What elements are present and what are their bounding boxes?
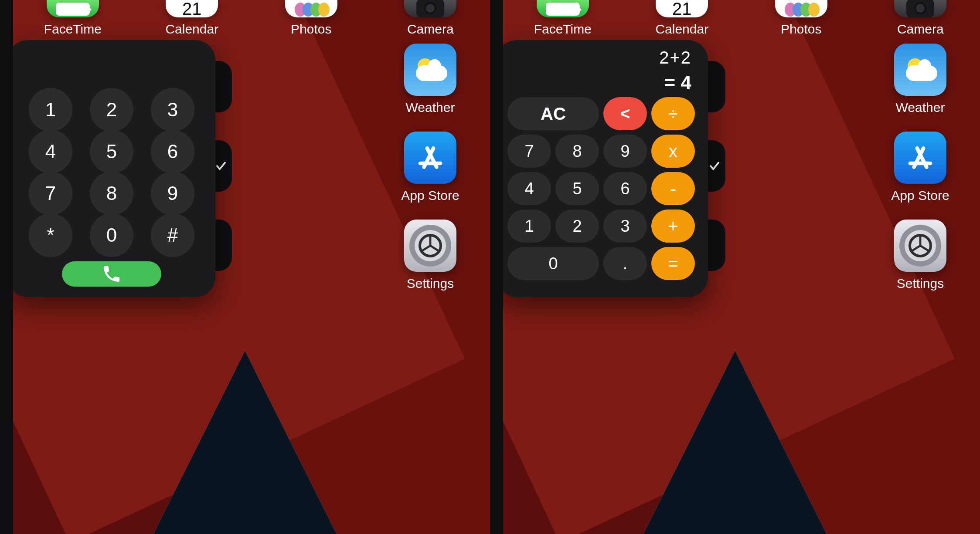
calc-key-6[interactable]: 6 <box>603 172 647 205</box>
calc-key-ac[interactable]: AC <box>507 97 599 130</box>
app-label: FaceTime <box>534 22 592 37</box>
dialer-key-0[interactable]: 0 <box>90 213 133 257</box>
app-appstore[interactable]: App Store <box>891 132 949 203</box>
app-camera[interactable]: Camera <box>879 0 962 39</box>
calc-key-minus[interactable]: - <box>651 172 695 205</box>
calc-key-delete[interactable]: < <box>603 97 647 130</box>
dialer-widget: 123456789*0# <box>8 40 215 297</box>
app-label: Photos <box>291 22 331 37</box>
dialer-key-2[interactable]: 2 <box>90 88 133 132</box>
calendar-icon: 21 <box>166 0 218 17</box>
app-label: App Store <box>401 188 459 203</box>
app-label: Weather <box>406 100 455 115</box>
dialer-keypad: 123456789*0# <box>29 88 194 255</box>
weather-icon <box>404 44 456 96</box>
calc-key-dot[interactable]: . <box>603 247 647 280</box>
appstore-icon <box>894 132 946 184</box>
device-bezel <box>490 0 503 534</box>
app-label: Camera <box>407 22 454 37</box>
calc-key-4[interactable]: 4 <box>507 172 551 205</box>
dialer-key-hash[interactable]: # <box>151 213 194 257</box>
app-label: FaceTime <box>44 22 102 37</box>
app-appstore[interactable]: App Store <box>401 132 459 203</box>
app-label: Settings <box>897 276 944 291</box>
dialer-key-9[interactable]: 9 <box>151 172 194 215</box>
app-photos[interactable]: Photos <box>270 0 353 39</box>
photos-icon <box>285 0 337 17</box>
dialer-key-5[interactable]: 5 <box>90 130 133 173</box>
device-bezel <box>0 0 13 534</box>
calc-key-9[interactable]: 9 <box>603 135 647 168</box>
screenshot-right: FaceTime 21 Calendar Photos Camera Weath… <box>490 0 980 534</box>
weather-icon <box>894 44 946 96</box>
calc-key-divide[interactable]: ÷ <box>651 97 695 130</box>
app-label: Camera <box>897 22 944 37</box>
calc-key-0[interactable]: 0 <box>507 247 599 280</box>
calculator-widget: 2+2 = 4 AC < ÷ 7 8 9 x 4 5 6 <box>497 40 708 297</box>
calendar-icon: 21 <box>656 0 708 17</box>
app-calendar[interactable]: 21 Calendar <box>640 0 723 39</box>
calc-key-plus[interactable]: + <box>651 210 695 243</box>
calc-keypad: AC < ÷ 7 8 9 x 4 5 6 - 1 2 <box>507 97 698 280</box>
dialer-key-1[interactable]: 1 <box>29 88 72 132</box>
camera-icon <box>404 0 456 17</box>
screenshot-left: FaceTime 21 Calendar Photos Camera Weath… <box>0 0 490 534</box>
dialer-key-7[interactable]: 7 <box>29 172 72 215</box>
home-column-right: Weather App Store Settings <box>879 44 962 291</box>
calc-expression: 2+2 <box>507 48 691 68</box>
camera-icon <box>894 0 946 17</box>
calc-key-multiply[interactable]: x <box>651 135 695 168</box>
app-label: Settings <box>407 276 454 291</box>
facetime-icon <box>47 0 99 17</box>
calc-display: 2+2 = 4 <box>507 48 698 94</box>
home-row-top: FaceTime 21 Calendar Photos Camera <box>503 0 980 39</box>
app-facetime[interactable]: FaceTime <box>31 0 114 39</box>
dialer-key-4[interactable]: 4 <box>29 130 72 173</box>
app-label: Calendar <box>655 22 708 37</box>
calc-key-8[interactable]: 8 <box>555 135 599 168</box>
settings-icon <box>894 220 946 272</box>
home-screen: FaceTime 21 Calendar Photos Camera Weath… <box>490 0 980 534</box>
app-label: Photos <box>781 22 821 37</box>
app-settings[interactable]: Settings <box>894 220 946 291</box>
facetime-icon <box>537 0 589 17</box>
app-camera[interactable]: Camera <box>389 0 472 39</box>
calc-key-1[interactable]: 1 <box>507 210 551 243</box>
app-weather[interactable]: Weather <box>404 44 456 115</box>
app-label: Weather <box>896 100 945 115</box>
home-column-right: Weather App Store Settings <box>389 44 472 291</box>
dialer-key-6[interactable]: 6 <box>151 130 194 173</box>
calc-result: = 4 <box>507 72 691 94</box>
app-settings[interactable]: Settings <box>404 220 456 291</box>
calc-key-7[interactable]: 7 <box>507 135 551 168</box>
calc-key-2[interactable]: 2 <box>555 210 599 243</box>
home-screen: FaceTime 21 Calendar Photos Camera Weath… <box>0 0 490 534</box>
dialer-key-3[interactable]: 3 <box>151 88 194 132</box>
phone-icon <box>101 264 122 284</box>
call-button[interactable] <box>62 261 161 287</box>
calc-key-equals[interactable]: = <box>651 247 695 280</box>
app-photos[interactable]: Photos <box>760 0 843 39</box>
app-label: Calendar <box>165 22 218 37</box>
app-facetime[interactable]: FaceTime <box>521 0 604 39</box>
calc-key-5[interactable]: 5 <box>555 172 599 205</box>
dialer-key-8[interactable]: 8 <box>90 172 133 215</box>
home-row-top: FaceTime 21 Calendar Photos Camera <box>13 0 490 39</box>
app-calendar[interactable]: 21 Calendar <box>150 0 233 39</box>
dialer-key-star[interactable]: * <box>29 213 72 257</box>
photos-icon <box>775 0 827 17</box>
settings-icon <box>404 220 456 272</box>
app-weather[interactable]: Weather <box>894 44 946 115</box>
appstore-icon <box>404 132 456 184</box>
app-label: App Store <box>891 188 949 203</box>
calc-key-3[interactable]: 3 <box>603 210 647 243</box>
